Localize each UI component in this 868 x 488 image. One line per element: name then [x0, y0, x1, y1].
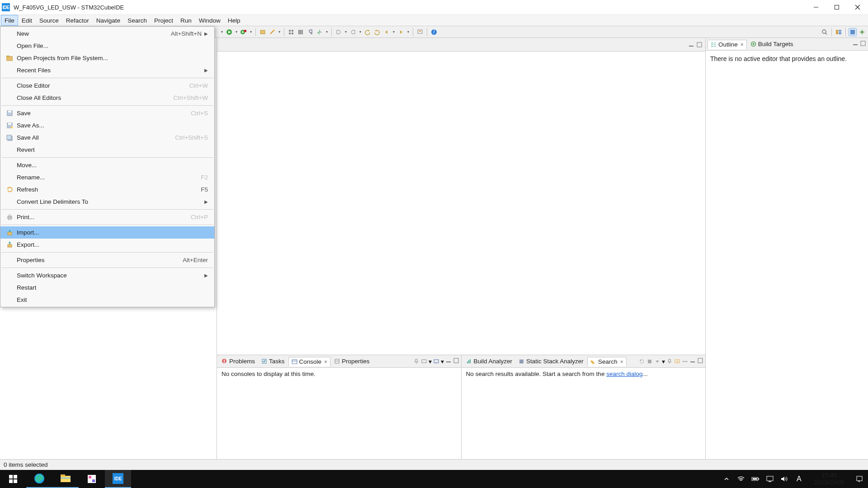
menu-item-import[interactable]: Import... — [0, 226, 214, 239]
tab-console[interactable]: Console× — [288, 357, 331, 366]
minimize-view-icon[interactable] — [689, 357, 696, 365]
taskbar-edge[interactable] — [26, 470, 52, 488]
taskbar-stm32cubeide[interactable]: IDE — [105, 470, 131, 488]
perspective-debug-icon[interactable] — [858, 28, 866, 36]
screen-snip-icon[interactable] — [766, 475, 774, 483]
tab-properties[interactable]: Properties — [331, 357, 373, 366]
forward-icon[interactable] — [397, 28, 405, 36]
menu-item-convert-line-delimiters-to[interactable]: Convert Line Delimiters To▶ — [0, 196, 214, 208]
menu-help[interactable]: Help — [224, 15, 244, 26]
search-icon[interactable] — [821, 28, 829, 36]
undo-nav-icon[interactable] — [363, 28, 372, 36]
maximize-view-icon[interactable] — [453, 357, 459, 365]
toolbar-dropdown[interactable]: ▾ — [249, 28, 253, 36]
new-class-icon[interactable] — [259, 28, 267, 36]
toolbar-dropdown[interactable]: ▾ — [235, 28, 238, 36]
menu-item-recent-files[interactable]: Recent Files▶ — [0, 64, 214, 76]
history-icon[interactable] — [654, 358, 660, 365]
notifications-icon[interactable] — [855, 475, 863, 483]
toolbar-dropdown[interactable]: ▾ — [359, 28, 362, 36]
menu-project[interactable]: Project — [151, 15, 177, 26]
back-icon[interactable] — [382, 28, 391, 36]
tab-close-icon[interactable]: × — [324, 359, 327, 365]
maximize-view-icon[interactable] — [860, 40, 866, 48]
maximize-view-icon[interactable] — [697, 357, 703, 365]
pin-console-icon[interactable] — [413, 358, 420, 365]
menu-item-refresh[interactable]: RefreshF5 — [0, 183, 214, 196]
pin-editor-icon[interactable] — [416, 28, 424, 36]
toolbar-dropdown[interactable]: ▾ — [429, 358, 432, 365]
toolbar-dropdown[interactable]: ▾ — [278, 28, 281, 36]
tray-chevron-icon[interactable] — [722, 475, 731, 483]
maximize-view-icon[interactable] — [696, 42, 703, 48]
tab-outline[interactable]: Outline× — [708, 40, 747, 49]
toolbar-dropdown[interactable]: ▾ — [406, 28, 410, 36]
paragraph-icon[interactable] — [306, 28, 314, 36]
toolbar-dropdown[interactable]: ▾ — [392, 28, 396, 36]
collapse-icon[interactable] — [674, 358, 680, 365]
cancel-search-icon[interactable] — [646, 358, 653, 365]
minimize-view-icon[interactable] — [688, 42, 694, 48]
maximize-button[interactable] — [826, 0, 847, 14]
minimize-view-icon[interactable] — [852, 40, 859, 48]
view-menu-icon[interactable] — [682, 358, 688, 365]
display-console-icon[interactable] — [421, 358, 427, 365]
search-dialog-link[interactable]: search dialog — [606, 371, 642, 377]
menu-source[interactable]: Source — [36, 15, 62, 26]
tab-build-targets[interactable]: Build Targets — [748, 40, 796, 48]
toolbar-dropdown[interactable]: ▾ — [441, 358, 444, 365]
menu-file[interactable]: File — [1, 15, 18, 26]
close-button[interactable] — [847, 0, 868, 14]
menu-item-open-file[interactable]: Open File... — [0, 40, 214, 52]
ime-icon[interactable]: A — [795, 475, 803, 483]
step-icon[interactable] — [316, 28, 324, 36]
menu-item-properties[interactable]: PropertiesAlt+Enter — [0, 254, 214, 266]
tab-tasks[interactable]: Tasks — [259, 357, 288, 366]
toolbar-dropdown[interactable]: ▾ — [344, 28, 348, 36]
run-icon[interactable] — [225, 28, 233, 36]
menu-edit[interactable]: Edit — [18, 15, 36, 26]
menu-run[interactable]: Run — [177, 15, 195, 26]
wand-icon[interactable] — [268, 28, 276, 36]
open-console-icon[interactable] — [433, 358, 439, 365]
menu-window[interactable]: Window — [195, 15, 224, 26]
menu-item-exit[interactable]: Exit — [0, 294, 214, 306]
toolbar-dropdown[interactable]: ▾ — [325, 28, 329, 36]
wifi-icon[interactable] — [737, 475, 745, 483]
toolbar-dropdown[interactable]: ▾ — [220, 28, 224, 36]
tab-problems[interactable]: Problems — [219, 357, 258, 366]
menu-item-restart[interactable]: Restart — [0, 282, 214, 294]
taskbar-app[interactable] — [79, 470, 105, 488]
start-button[interactable] — [0, 470, 26, 488]
menu-navigate[interactable]: Navigate — [93, 15, 124, 26]
volume-icon[interactable] — [780, 475, 788, 483]
columns-icon[interactable] — [297, 28, 305, 36]
menu-search[interactable]: Search — [124, 15, 151, 26]
battery-icon[interactable] — [751, 475, 760, 483]
grid-icon[interactable] — [287, 28, 295, 36]
tab-static-stack[interactable]: Static Stack Analyzer — [516, 357, 586, 366]
redo-nav-icon[interactable] — [373, 28, 381, 36]
open-perspective-icon[interactable] — [835, 28, 843, 36]
run-config-icon[interactable] — [240, 28, 248, 36]
next-annotation-icon[interactable] — [335, 28, 343, 36]
toolbar-dropdown[interactable]: ▾ — [662, 358, 665, 365]
menu-item-export[interactable]: Export... — [0, 239, 214, 251]
taskbar-clock[interactable]: 15:45 2023/03/05 — [809, 472, 849, 486]
tab-close-icon[interactable]: × — [741, 42, 744, 48]
menu-item-new[interactable]: NewAlt+Shift+N▶ — [0, 28, 214, 40]
tab-close-icon[interactable]: × — [620, 359, 623, 365]
perspective-cpp-icon[interactable] — [849, 28, 857, 36]
minimize-button[interactable] — [806, 0, 826, 14]
menu-item-switch-workspace[interactable]: Switch Workspace▶ — [0, 269, 214, 282]
prev-annotation-icon[interactable] — [349, 28, 357, 36]
editor-area[interactable] — [217, 52, 705, 355]
menu-item-open-projects-from-file-system[interactable]: Open Projects from File System... — [0, 52, 214, 64]
menu-refactor[interactable]: Refactor — [62, 15, 93, 26]
tab-search[interactable]: Search× — [587, 357, 627, 366]
tab-build-analyzer[interactable]: Build Analyzer — [463, 357, 515, 366]
pin-search-icon[interactable] — [666, 358, 673, 365]
taskbar-explorer[interactable] — [52, 470, 79, 488]
minimize-view-icon[interactable] — [445, 357, 452, 365]
info-icon[interactable]: i — [430, 28, 438, 36]
